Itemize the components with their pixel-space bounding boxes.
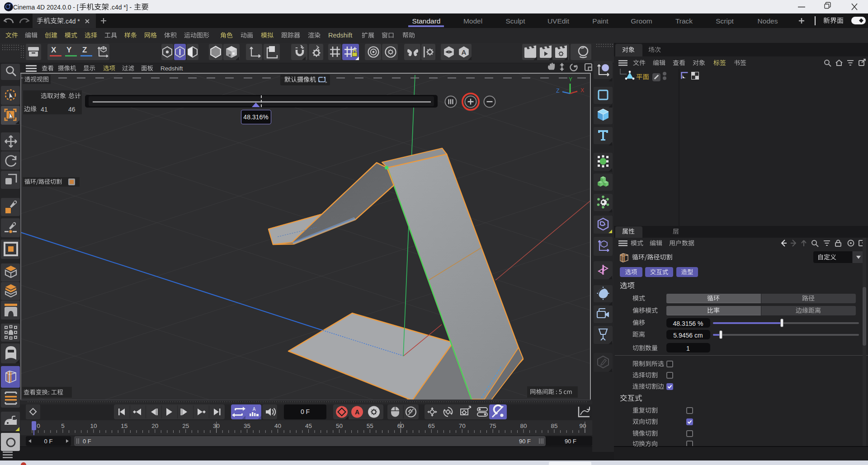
svg-text:35: 35 — [244, 423, 250, 429]
svg-text:A: A — [253, 407, 256, 412]
svg-text:Z: Z — [556, 88, 559, 94]
svg-text:15: 15 — [121, 423, 127, 429]
svg-text:40: 40 — [274, 423, 281, 429]
svg-text:80: 80 — [520, 423, 527, 429]
svg-text:65: 65 — [428, 423, 435, 429]
svg-text:A: A — [462, 48, 467, 56]
svg-text:45: 45 — [305, 423, 312, 429]
svg-text:20: 20 — [151, 423, 158, 429]
svg-text:A: A — [355, 409, 359, 416]
svg-text:75: 75 — [490, 423, 496, 429]
svg-text:85: 85 — [551, 423, 557, 429]
svg-text:10: 10 — [90, 423, 97, 429]
svg-text:25: 25 — [182, 423, 189, 429]
svg-text:0: 0 — [37, 423, 40, 429]
svg-text:55: 55 — [367, 423, 373, 429]
svg-text:X: X — [580, 87, 584, 94]
svg-text:5: 5 — [61, 423, 65, 429]
svg-text:70: 70 — [459, 423, 466, 429]
svg-text:Y: Y — [569, 76, 572, 83]
svg-text:50: 50 — [336, 423, 343, 429]
